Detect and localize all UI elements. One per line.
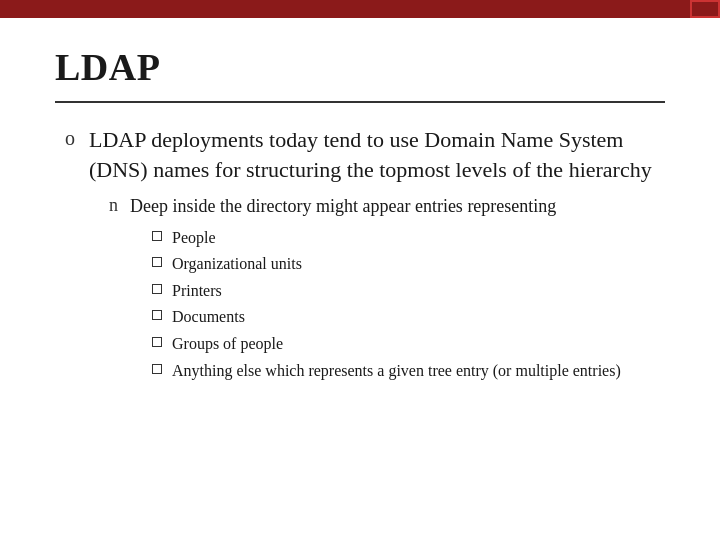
sub-sub-bullets: PeopleOrganizational unitsPrintersDocume… [130, 227, 621, 382]
list-item: Groups of people [152, 333, 621, 355]
bullet-text-1: LDAP deployments today tend to use Domai… [89, 127, 652, 182]
bullet-marker-n: n [109, 195, 118, 216]
square-bullet-icon [152, 231, 162, 241]
list-item: People [152, 227, 621, 249]
bullet-item-1: o LDAP deployments today tend to use Dom… [55, 125, 665, 392]
list-item-text: Printers [172, 280, 222, 302]
list-item: Printers [152, 280, 621, 302]
divider [55, 101, 665, 103]
bullet-text-2: Deep inside the directory might appear e… [130, 196, 556, 216]
bullet-marker-o: o [65, 127, 75, 150]
top-bar [0, 0, 720, 18]
square-bullet-icon [152, 364, 162, 374]
bullet-item-2: n Deep inside the directory might appear… [109, 194, 665, 386]
list-item-text: Organizational units [172, 253, 302, 275]
list-item-text: People [172, 227, 216, 249]
list-item-text: Documents [172, 306, 245, 328]
square-bullet-icon [152, 257, 162, 267]
list-item: Organizational units [152, 253, 621, 275]
slide-title: LDAP [55, 45, 665, 89]
list-item: Anything else which represents a given t… [152, 360, 621, 382]
square-bullet-icon [152, 310, 162, 320]
list-item-text: Groups of people [172, 333, 283, 355]
bullet-content-1: LDAP deployments today tend to use Domai… [89, 125, 665, 392]
sub-bullets: n Deep inside the directory might appear… [89, 194, 665, 386]
list-item: Documents [152, 306, 621, 328]
slide-content: LDAP o LDAP deployments today tend to us… [0, 0, 720, 432]
square-bullet-icon [152, 284, 162, 294]
corner-box [690, 0, 720, 18]
square-bullet-icon [152, 337, 162, 347]
bullet-content-2: Deep inside the directory might appear e… [130, 194, 621, 386]
list-item-text: Anything else which represents a given t… [172, 360, 621, 382]
